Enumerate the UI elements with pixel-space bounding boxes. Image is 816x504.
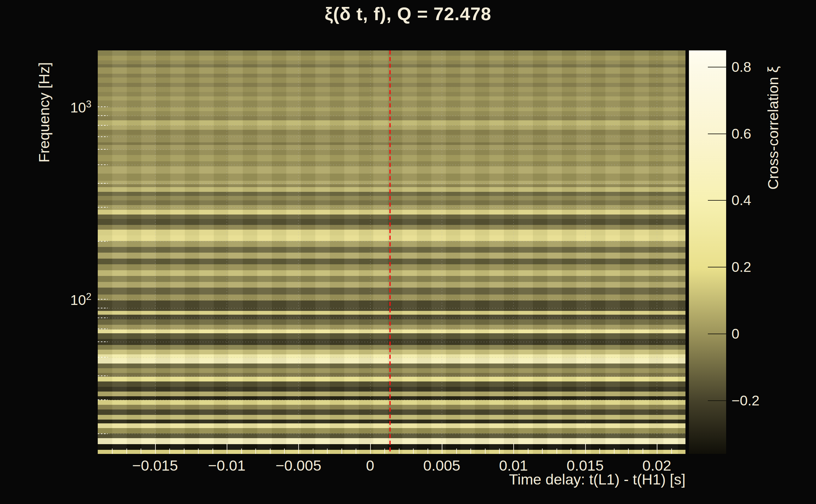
y-gridline [98, 116, 686, 116]
x-axis-major-tick [442, 443, 442, 454]
y-gridline [98, 207, 686, 208]
y-axis-tick [98, 106, 108, 107]
x-axis-minor-tick [413, 449, 414, 454]
y-axis-tick [98, 136, 108, 137]
x-axis-minor-tick [384, 449, 385, 454]
x-axis-minor-tick [284, 449, 285, 454]
x-axis-minor-tick [270, 449, 271, 454]
y-gridline [98, 107, 686, 107]
x-axis-minor-tick [342, 449, 342, 454]
colorbar-tick-label: 0.4 [732, 192, 801, 209]
y-axis-tick [98, 207, 108, 208]
colorbar-tick [708, 67, 726, 67]
heatmap-column-texture [98, 50, 686, 454]
y-axis-tick [98, 149, 108, 150]
x-axis-minor-tick [599, 449, 600, 454]
x-gridline [442, 50, 442, 454]
x-axis-minor-tick [628, 449, 629, 454]
x-axis-minor-tick [241, 449, 242, 454]
colorbar-tick-label: 0.2 [732, 259, 801, 275]
chart-title: ξ(δ t, f), Q = 72.478 [0, 3, 816, 24]
x-axis-minor-tick [499, 449, 500, 454]
x-axis-minor-tick [213, 449, 213, 454]
x-tick-label: 0.02 [609, 457, 704, 474]
colorbar-tick [708, 134, 726, 134]
colorbar-tick [708, 334, 726, 334]
x-axis-minor-tick [556, 449, 557, 454]
x-axis-minor-tick [184, 449, 184, 454]
y-gridline [98, 299, 686, 300]
y-axis-tick [98, 329, 108, 329]
colorbar-tick-label: −0.2 [732, 392, 801, 409]
y-gridline [98, 434, 686, 434]
colorbar-tick [708, 400, 726, 401]
y-gridline [98, 329, 686, 329]
y-gridline [98, 357, 686, 358]
y-tick-base: 10 [70, 292, 86, 308]
x-gridline [513, 50, 514, 454]
y-gridline [98, 376, 686, 376]
y-axis-tick [98, 357, 108, 358]
x-axis-minor-tick [112, 449, 112, 454]
x-gridline [657, 50, 657, 454]
x-axis-minor-tick [126, 449, 127, 454]
y-gridline [98, 137, 686, 137]
y-gridline [98, 125, 686, 126]
y-axis-tick [98, 241, 108, 242]
y-axis-tick [98, 164, 108, 165]
x-axis-minor-tick [643, 449, 643, 454]
y-gridline [98, 308, 686, 308]
colorbar-tick-label: 0.6 [732, 126, 801, 142]
y-gridline [98, 149, 686, 150]
x-axis-minor-tick [169, 449, 170, 454]
x-axis-minor-tick [313, 449, 313, 454]
x-axis-minor-tick [671, 449, 672, 454]
x-axis-major-tick [513, 443, 514, 454]
x-axis-major-tick [298, 443, 299, 454]
x-axis-major-tick [370, 443, 371, 454]
x-axis-minor-tick [327, 449, 328, 454]
y-gridline [98, 183, 686, 184]
y-axis-tick [98, 115, 108, 116]
y-axis-tick [98, 375, 108, 376]
x-gridline [370, 50, 371, 454]
y-axis-tick [98, 318, 108, 318]
x-axis-minor-tick [141, 449, 141, 454]
y-gridline [98, 400, 686, 400]
x-axis-minor-tick [399, 449, 399, 454]
y-gridline [98, 241, 686, 242]
colorbar [689, 50, 726, 454]
x-axis-minor-tick [542, 449, 543, 454]
y-tick-label: 103 [9, 99, 91, 116]
colorbar-tick [708, 267, 726, 267]
y-gridline [98, 342, 686, 342]
x-axis-minor-tick [470, 449, 471, 454]
x-gridline [585, 50, 585, 454]
y-axis-tick [98, 308, 108, 308]
y-axis-tick [98, 299, 108, 300]
x-axis-major-tick [155, 443, 156, 454]
x-axis-minor-tick [198, 449, 198, 454]
x-axis-minor-tick [571, 449, 571, 454]
colorbar-tick-label: 0 [732, 326, 801, 342]
x-axis-major-tick [227, 443, 227, 454]
colorbar-tick-label: 0.8 [732, 59, 801, 75]
x-axis-minor-tick [456, 449, 457, 454]
x-axis-minor-tick [356, 449, 356, 454]
x-axis-minor-tick [428, 449, 428, 454]
y-axis-tick [98, 341, 108, 342]
y-tick-base: 10 [70, 100, 86, 116]
y-gridline [98, 165, 686, 165]
x-axis-minor-tick [614, 449, 615, 454]
y-axis-tick [98, 399, 108, 400]
y-tick-exponent: 3 [86, 99, 91, 110]
x-axis-minor-tick [528, 449, 528, 454]
x-axis-major-tick [585, 443, 586, 454]
x-axis-minor-tick [485, 449, 486, 454]
x-gridline [155, 50, 155, 454]
y-axis-tick [98, 125, 108, 126]
y-axis-tick [98, 183, 108, 184]
y-tick-label: 102 [9, 291, 91, 308]
x-gridline [298, 50, 299, 454]
y-axis-tick [98, 433, 108, 434]
